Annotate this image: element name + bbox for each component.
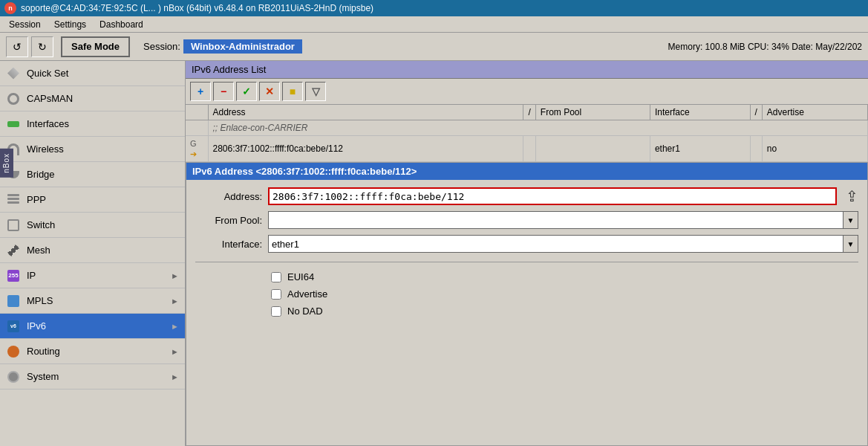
col-advertise: Advertise bbox=[762, 105, 867, 120]
col-sep2: / bbox=[750, 105, 762, 120]
sidebar-label-mpls: MPLS bbox=[27, 295, 165, 306]
advertise-checkbox[interactable] bbox=[271, 289, 281, 300]
panel-title: IPv6 Address List bbox=[186, 61, 868, 79]
row-address: 2806:3f7:1002::ffff:f0ca:bebe/112 bbox=[208, 136, 523, 162]
sidebar-item-ipv6[interactable]: v6 IPv6 ► bbox=[0, 314, 185, 339]
ipv6-panel: IPv6 Address List + − ✓ ✕ ■ ▽ Address / bbox=[186, 61, 868, 446]
redo-button[interactable]: ↻ bbox=[31, 36, 53, 57]
switch-icon bbox=[6, 218, 21, 233]
sidebar-vertical-label: nBox bbox=[0, 149, 13, 178]
sidebar-item-switch[interactable]: Switch bbox=[0, 213, 185, 238]
session-label: Session: bbox=[143, 41, 180, 52]
main-toolbar: ↺ ↻ Safe Mode Session: Winbox-Administra… bbox=[0, 33, 868, 61]
interface-input[interactable] bbox=[268, 235, 843, 253]
dialog-title: IPv6 Address <2806:3f7:1002::ffff:f0ca:b… bbox=[186, 163, 867, 180]
sidebar-item-wireless[interactable]: Wireless bbox=[0, 137, 185, 162]
menu-bar: Session Settings Dashboard bbox=[0, 16, 868, 33]
sidebar-label-system: System bbox=[27, 371, 165, 382]
sidebar-item-ip[interactable]: 255 IP ► bbox=[0, 263, 185, 288]
sidebar-item-interfaces[interactable]: Interfaces bbox=[0, 112, 185, 137]
row-sep2 bbox=[750, 136, 762, 162]
sidebar-label-wireless: Wireless bbox=[27, 143, 179, 155]
row-from-pool bbox=[535, 136, 650, 162]
sidebar-label-switch: Switch bbox=[27, 219, 179, 230]
sidebar-item-mesh[interactable]: Mesh bbox=[0, 238, 185, 263]
mesh-icon bbox=[6, 243, 21, 258]
interfaces-icon bbox=[6, 117, 21, 132]
sidebar-item-system[interactable]: System ► bbox=[0, 364, 185, 390]
system-arrow: ► bbox=[171, 372, 179, 381]
sidebar-label-ip: IP bbox=[27, 270, 165, 281]
sidebar-item-quick-set[interactable]: Quick Set bbox=[0, 61, 185, 86]
address-input[interactable] bbox=[268, 187, 837, 205]
ip-arrow: ► bbox=[171, 271, 179, 280]
app-logo: n bbox=[4, 2, 16, 14]
ipv6-address-dialog: IPv6 Address <2806:3f7:1002::ffff:f0ca:b… bbox=[186, 162, 868, 446]
arrow-icon: ➔ bbox=[190, 149, 197, 158]
cancel-button[interactable]: ✕ bbox=[259, 82, 280, 101]
quickset-icon bbox=[6, 66, 21, 81]
mpls-arrow: ► bbox=[171, 297, 179, 306]
sidebar-label-ipv6: IPv6 bbox=[27, 320, 165, 332]
sidebar-label-interfaces: Interfaces bbox=[27, 118, 179, 129]
main-layout: nBox Quick Set CAPsMAN Interfaces Wirele… bbox=[0, 61, 868, 446]
col-sep1: / bbox=[523, 105, 535, 120]
safe-mode-button[interactable]: Safe Mode bbox=[61, 36, 130, 57]
mpls-icon bbox=[6, 294, 21, 308]
from-pool-label: From Pool: bbox=[195, 215, 262, 226]
no-dad-row: No DAD bbox=[195, 306, 858, 317]
menu-dashboard[interactable]: Dashboard bbox=[94, 18, 149, 31]
interface-dropdown[interactable]: ▼ bbox=[843, 235, 858, 253]
no-dad-checkbox[interactable] bbox=[271, 306, 281, 317]
table-row-comment[interactable]: ;; Enlace-con-CARRIER bbox=[186, 120, 868, 136]
no-dad-label: No DAD bbox=[287, 306, 323, 317]
filter-button[interactable]: ▽ bbox=[305, 82, 326, 101]
ppp-icon bbox=[6, 193, 21, 207]
dialog-body: Address: ⇪ From Pool: ▼ Inte bbox=[186, 180, 867, 324]
ipv6-arrow: ► bbox=[171, 322, 179, 331]
cursor-icon: ⇪ bbox=[846, 187, 858, 205]
highlight-button[interactable]: ■ bbox=[282, 82, 303, 101]
undo-button[interactable]: ↺ bbox=[6, 36, 28, 57]
divider bbox=[195, 262, 858, 262]
sidebar-item-mpls[interactable]: MPLS ► bbox=[0, 288, 185, 314]
title-text: soporte@C4:AD:34:7E:92:5C (L... ) nBox (… bbox=[21, 3, 864, 13]
advertise-label: Advertise bbox=[287, 288, 327, 300]
address-table: Address / From Pool Interface / Advertis… bbox=[186, 105, 868, 162]
flag-g: G bbox=[190, 139, 197, 148]
col-flag bbox=[186, 105, 208, 120]
sidebar-label-ppp: PPP bbox=[27, 194, 179, 205]
interface-row: Interface: ▼ bbox=[195, 235, 858, 253]
advertise-row: Advertise bbox=[195, 288, 858, 300]
sidebar: Quick Set CAPsMAN Interfaces Wireless Br… bbox=[0, 61, 186, 446]
check-button[interactable]: ✓ bbox=[236, 82, 257, 101]
capsman-icon bbox=[6, 91, 21, 106]
row-advertise: no bbox=[762, 136, 867, 162]
menu-settings[interactable]: Settings bbox=[48, 18, 92, 31]
sidebar-item-bridge[interactable]: Bridge bbox=[0, 162, 185, 187]
from-pool-dropdown[interactable]: ▼ bbox=[843, 211, 858, 229]
table-row[interactable]: G ➔ 2806:3f7:1002::ffff:f0ca:bebe/112 et… bbox=[186, 136, 868, 162]
ip-icon: 255 bbox=[6, 268, 21, 283]
add-button[interactable]: + bbox=[190, 82, 211, 101]
row-interface: ether1 bbox=[650, 136, 750, 162]
sidebar-label-quick-set: Quick Set bbox=[27, 68, 179, 79]
eui64-label: EUI64 bbox=[287, 271, 314, 282]
row-flag: G ➔ bbox=[186, 136, 208, 162]
col-from-pool: From Pool bbox=[535, 105, 650, 120]
remove-button[interactable]: − bbox=[213, 82, 234, 101]
panel-toolbar: + − ✓ ✕ ■ ▽ bbox=[186, 79, 868, 105]
from-pool-input[interactable] bbox=[268, 211, 843, 229]
ipv6-icon: v6 bbox=[6, 319, 21, 334]
sidebar-label-bridge: Bridge bbox=[27, 169, 179, 180]
menu-session[interactable]: Session bbox=[3, 18, 47, 31]
from-pool-field: ▼ bbox=[268, 211, 858, 229]
address-table-container: Address / From Pool Interface / Advertis… bbox=[186, 105, 868, 162]
eui64-row: EUI64 bbox=[195, 271, 858, 282]
sidebar-item-routing[interactable]: Routing ► bbox=[0, 339, 185, 364]
comment-text: ;; Enlace-con-CARRIER bbox=[208, 120, 868, 136]
eui64-checkbox[interactable] bbox=[271, 272, 281, 282]
sidebar-item-ppp[interactable]: PPP bbox=[0, 187, 185, 213]
content-area: IPv6 Address List + − ✓ ✕ ■ ▽ Address / bbox=[186, 61, 868, 446]
sidebar-item-capsman[interactable]: CAPsMAN bbox=[0, 86, 185, 112]
